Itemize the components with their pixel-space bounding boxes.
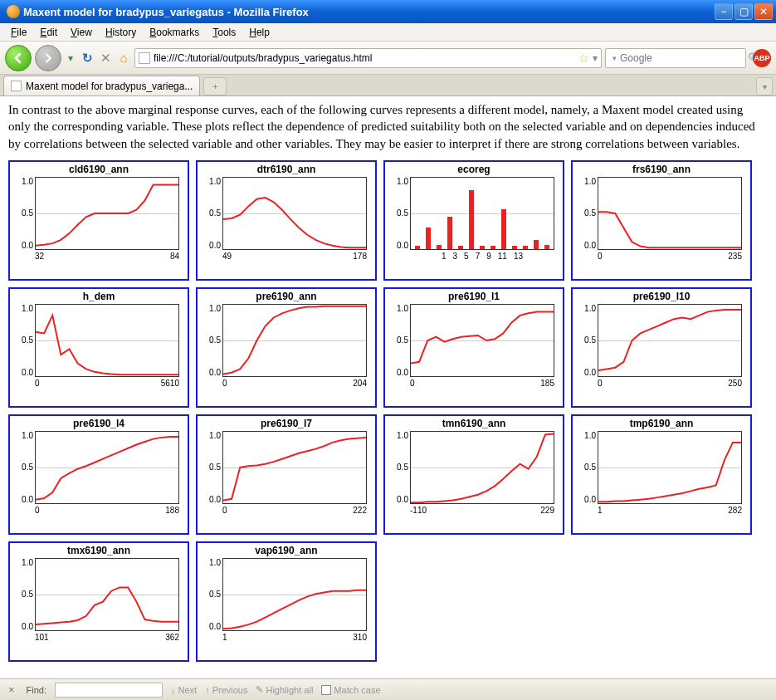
adblock-icon[interactable]: ABP (753, 49, 771, 67)
find-close-button[interactable]: × (5, 683, 18, 696)
menu-tools[interactable]: Tools (207, 25, 242, 40)
home-button[interactable]: ⌂ (116, 51, 131, 66)
chart-title: h_dem (13, 291, 184, 304)
menu-history[interactable]: History (100, 25, 142, 40)
stop-button[interactable]: ✕ (98, 51, 113, 66)
search-box[interactable]: ▾ 🔍 (605, 48, 746, 68)
tab-active[interactable]: Maxent model for bradypus_variega... (3, 76, 200, 95)
find-matchcase-checkbox[interactable]: Match case (321, 685, 380, 695)
back-button[interactable] (5, 45, 32, 71)
find-highlight-button[interactable]: ✎ Highlight all (256, 684, 313, 695)
chart-title: cld6190_ann (13, 164, 184, 177)
chart-h_dem: h_dem1.00.50.005610 (8, 287, 189, 408)
menu-view[interactable]: View (65, 25, 98, 40)
menu-help[interactable]: Help (243, 25, 276, 40)
chart-title: dtr6190_ann (201, 164, 372, 177)
find-previous-button[interactable]: ↑ Previous (205, 685, 247, 695)
history-dropdown[interactable]: ▾ (65, 47, 76, 70)
chart-title: tmx6190_ann (13, 545, 184, 558)
nav-toolbar: ▾ ↻ ✕ ⌂ ☆ ▾ ▾ 🔍 ABP (0, 42, 776, 75)
tab-page-icon (11, 81, 22, 91)
minimize-button[interactable]: − (715, 3, 733, 20)
chart-title: pre6190_l4 (13, 418, 184, 431)
chart-tmn6190_ann: tmn6190_ann1.00.50.0-110229 (383, 414, 564, 535)
chart-vap6190_ann: vap6190_ann1.00.50.01310 (196, 541, 377, 662)
tab-bar: Maxent model for bradypus_variega... + ▾ (0, 75, 776, 96)
chart-pre6190_l4: pre6190_l41.00.50.00188 (8, 414, 189, 535)
chart-frs6190_ann: frs6190_ann1.00.50.00235 (571, 160, 752, 281)
maximize-button[interactable]: ▢ (735, 3, 753, 20)
find-bar: × Find: ↓ Next ↑ Previous ✎ Highlight al… (0, 678, 776, 700)
menu-file[interactable]: File (5, 25, 32, 40)
find-input[interactable] (55, 683, 163, 698)
chart-title: tmp6190_ann (576, 418, 747, 431)
chart-title: pre6190_l1 (388, 291, 559, 304)
url-input[interactable] (154, 52, 575, 64)
chart-tmx6190_ann: tmx6190_ann1.00.50.0101362 (8, 541, 189, 662)
forward-button[interactable] (35, 45, 61, 71)
chart-ecoreg: ecoreg1.00.50.0135791113 (383, 160, 564, 281)
chart-pre6190_l10: pre6190_l101.00.50.00250 (571, 287, 752, 408)
close-button[interactable]: ✕ (754, 3, 773, 20)
chart-title: pre6190_l10 (576, 291, 747, 304)
chart-title: pre6190_ann (201, 291, 372, 304)
url-bar[interactable]: ☆ ▾ (134, 48, 602, 68)
chart-title: pre6190_l7 (201, 418, 372, 431)
chart-grid: cld6190_ann1.00.50.03284dtr6190_ann1.00.… (8, 160, 768, 662)
search-input[interactable] (620, 52, 744, 64)
chart-pre6190_ann: pre6190_ann1.00.50.00204 (196, 287, 377, 408)
find-label: Find: (27, 685, 46, 695)
search-engine-dropdown[interactable]: ▾ (613, 54, 617, 62)
chart-cld6190_ann: cld6190_ann1.00.50.03284 (8, 160, 189, 281)
bookmark-star-icon[interactable]: ☆ (578, 51, 589, 65)
page-icon (139, 52, 150, 64)
chart-pre6190_l7: pre6190_l71.00.50.00222 (196, 414, 377, 535)
window-title: Maxent model for bradypus_variegatus - M… (23, 6, 715, 18)
url-dropdown-icon[interactable]: ▾ (593, 52, 598, 64)
chart-title: ecoreg (388, 164, 559, 177)
menu-bookmarks[interactable]: Bookmarks (144, 25, 205, 40)
new-tab-button[interactable]: + (203, 77, 227, 95)
chart-tmp6190_ann: tmp6190_ann1.00.50.01282 (571, 414, 752, 535)
page-content: In contrast to the above marginal respon… (0, 96, 776, 678)
find-next-button[interactable]: ↓ Next (171, 685, 197, 695)
chart-title: vap6190_ann (201, 545, 372, 558)
chart-title: frs6190_ann (576, 164, 747, 177)
chart-pre6190_l1: pre6190_l11.00.50.00185 (383, 287, 564, 408)
window-titlebar: Maxent model for bradypus_variegatus - M… (0, 0, 776, 23)
reload-button[interactable]: ↻ (80, 51, 95, 66)
menu-bar: File Edit View History Bookmarks Tools H… (0, 23, 776, 42)
tab-list-button[interactable]: ▾ (756, 77, 773, 95)
menu-edit[interactable]: Edit (34, 25, 63, 40)
intro-paragraph: In contrast to the above marginal respon… (8, 101, 768, 152)
chart-title: tmn6190_ann (388, 418, 559, 431)
firefox-icon (7, 5, 20, 18)
chart-dtr6190_ann: dtr6190_ann1.00.50.049178 (196, 160, 377, 281)
tab-title: Maxent model for bradypus_variega... (26, 81, 193, 92)
